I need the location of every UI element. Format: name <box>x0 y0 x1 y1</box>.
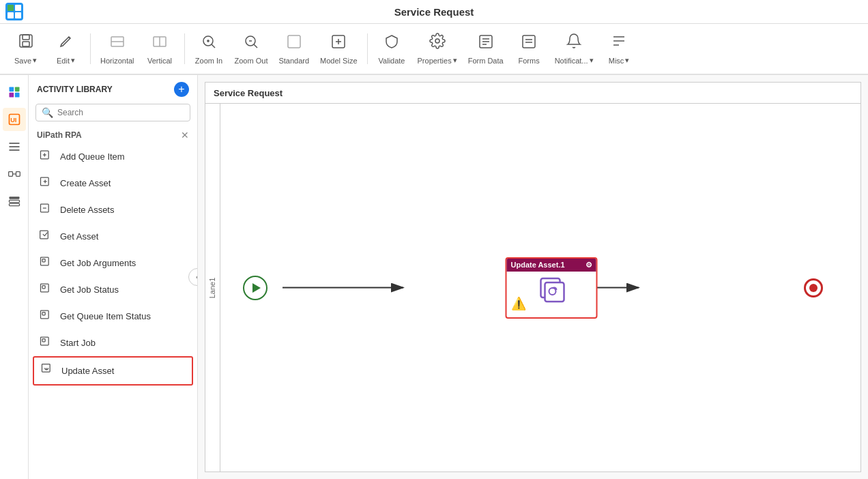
svg-rect-52 <box>41 310 49 319</box>
app-title: Service Request <box>394 6 474 18</box>
forms-button[interactable]: Forms <box>510 29 548 70</box>
svg-rect-53 <box>42 313 45 315</box>
list-item-get-asset[interactable]: Get Asset <box>29 223 197 250</box>
nav-home-button[interactable] <box>3 81 26 104</box>
create-asset-icon <box>38 175 53 192</box>
svg-rect-27 <box>14 93 19 98</box>
main-layout: ACTIVITY LIBRARY + 🔍 UiPath RPA ✕ Add Qu… <box>29 75 868 479</box>
svg-line-10 <box>212 44 215 48</box>
toolbar: Save ▾ Edit ▾ Horizontal Vertical Zoom I… <box>0 24 868 75</box>
activity-node-body: ⚠️ <box>507 272 596 314</box>
form-data-icon <box>478 33 494 54</box>
svg-rect-14 <box>288 35 300 48</box>
notifications-button[interactable]: Notificat... ▾ <box>551 29 598 70</box>
edit-icon <box>58 33 74 53</box>
horizontal-icon <box>109 33 126 54</box>
svg-rect-36 <box>9 197 19 199</box>
model-size-icon <box>330 33 347 54</box>
list-item-get-job-status[interactable]: Get Job Status <box>29 276 197 303</box>
zoom-in-button[interactable]: Zoom In <box>190 29 228 70</box>
separator-3 <box>367 33 368 64</box>
warning-badge: ⚠️ <box>511 296 526 311</box>
forms-icon <box>521 33 537 54</box>
activity-node-header: Update Asset.1 ⚙ <box>507 259 596 272</box>
misc-icon <box>611 33 627 53</box>
svg-rect-56 <box>42 364 50 373</box>
add-activity-button[interactable]: + <box>174 82 189 97</box>
topbar: Service Request <box>0 0 868 24</box>
get-asset-icon <box>38 228 53 245</box>
standard-button[interactable]: Standard <box>274 29 313 70</box>
canvas-title: Service Request <box>214 88 283 98</box>
app-logo <box>5 3 23 20</box>
add-queue-item-icon <box>38 148 53 165</box>
svg-rect-21 <box>523 35 535 48</box>
properties-icon <box>429 33 446 53</box>
start-job-icon <box>38 334 53 351</box>
get-queue-item-status-icon <box>38 308 53 325</box>
svg-rect-37 <box>9 200 19 202</box>
nav-workflow-button[interactable] <box>3 162 26 186</box>
end-node <box>804 278 823 297</box>
svg-rect-49 <box>42 259 45 262</box>
separator-2 <box>184 33 185 64</box>
edit-button[interactable]: Edit ▾ <box>47 29 85 70</box>
list-item-delete-assets[interactable]: Delete Assets <box>29 197 197 223</box>
list-item-update-asset[interactable]: Update Asset <box>33 356 193 386</box>
canvas-area[interactable]: Service Request Lane1 <box>198 75 868 479</box>
lane: Lane1 <box>205 103 860 471</box>
validate-icon <box>384 33 400 54</box>
list-item-add-queue-item[interactable]: Add Queue Item <box>29 143 197 170</box>
list-item-get-job-arguments[interactable]: Get Job Arguments <box>29 250 197 276</box>
start-node <box>243 276 267 300</box>
list-item-start-job[interactable]: Start Job <box>29 330 197 356</box>
update-asset-icon <box>40 362 55 379</box>
nav-list-button[interactable] <box>3 135 26 158</box>
category-header: UiPath RPA ✕ <box>29 127 197 143</box>
save-icon <box>18 33 34 53</box>
zoom-out-icon <box>243 33 259 54</box>
vertical-button[interactable]: Vertical <box>141 29 179 70</box>
svg-rect-0 <box>20 35 32 47</box>
svg-rect-48 <box>41 257 49 265</box>
activity-settings-icon[interactable]: ⚙ <box>585 261 592 270</box>
search-box[interactable]: 🔍 <box>35 104 190 121</box>
zoom-out-button[interactable]: Zoom Out <box>231 29 272 70</box>
save-button[interactable]: Save ▾ <box>7 29 44 70</box>
nav-ui-button[interactable]: UI <box>3 108 26 131</box>
canvas-container: Service Request Lane1 <box>205 82 861 472</box>
nav-data-button[interactable] <box>3 190 26 213</box>
vertical-icon <box>151 33 168 54</box>
standard-icon <box>286 33 302 54</box>
svg-rect-26 <box>9 93 14 98</box>
get-job-arguments-icon <box>38 255 53 272</box>
horizontal-button[interactable]: Horizontal <box>96 29 139 70</box>
svg-rect-51 <box>42 286 45 289</box>
svg-rect-38 <box>9 203 19 205</box>
model-size-button[interactable]: Model Size <box>316 29 361 70</box>
svg-rect-1 <box>23 35 29 40</box>
svg-text:UI: UI <box>10 117 16 124</box>
properties-button[interactable]: Properties ▾ <box>414 29 461 70</box>
search-icon: 🔍 <box>42 107 53 118</box>
svg-rect-50 <box>41 284 49 292</box>
svg-rect-34 <box>16 172 20 177</box>
svg-rect-24 <box>9 87 14 92</box>
notifications-icon <box>566 33 582 53</box>
activity-node-icon <box>535 273 568 312</box>
svg-rect-25 <box>14 87 19 92</box>
activity-node[interactable]: Update Asset.1 ⚙ ⚠️ <box>506 257 598 319</box>
svg-rect-33 <box>8 172 12 177</box>
search-input[interactable] <box>57 108 184 117</box>
form-data-button[interactable]: Form Data <box>464 29 508 70</box>
delete-assets-icon <box>38 201 53 218</box>
activity-library-header: ACTIVITY LIBRARY + <box>29 75 197 101</box>
activity-panel: ACTIVITY LIBRARY + 🔍 UiPath RPA ✕ Add Qu… <box>29 75 198 479</box>
left-nav: UI <box>0 75 29 479</box>
list-item-get-queue-item-status[interactable]: Get Queue Item Status <box>29 303 197 330</box>
misc-button[interactable]: Misc ▾ <box>601 29 638 70</box>
category-collapse-button[interactable]: ✕ <box>181 130 189 141</box>
validate-button[interactable]: Validate <box>373 29 411 70</box>
list-item-create-asset[interactable]: Create Asset <box>29 170 197 197</box>
svg-point-16 <box>435 39 439 43</box>
